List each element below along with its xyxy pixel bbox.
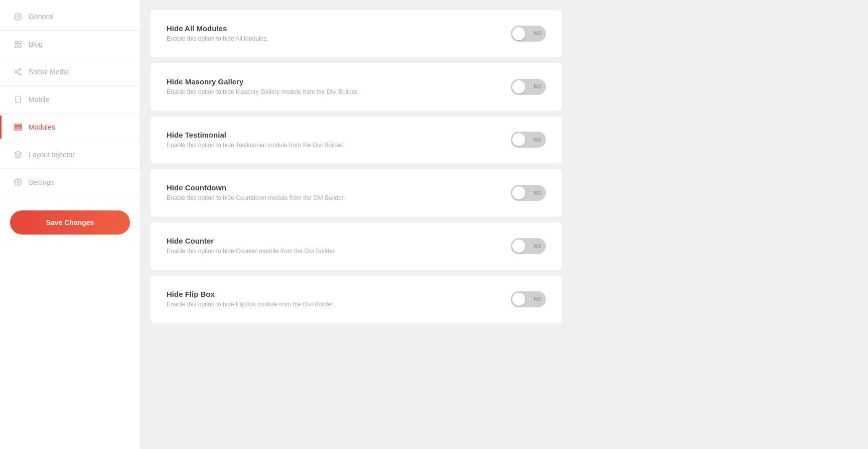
mobile-icon (14, 95, 23, 104)
toggle-knob-hide-masonry-gallery (512, 80, 525, 93)
toggle-label-hide-flip-box: Hide Flip Box Enable this option to hide… (167, 290, 335, 309)
sidebar-item-layout-injector[interactable]: Layout Injector (0, 143, 140, 166)
gear-icon (14, 12, 23, 21)
toggle-knob-hide-countdown (512, 186, 525, 199)
sidebar-item-general-label: General (29, 13, 54, 21)
svg-line-9 (17, 70, 20, 71)
toggle-desc-hide-testimonial: Enable this option to hide Testimonial m… (167, 141, 345, 150)
svg-point-5 (19, 68, 21, 70)
toggle-desc-hide-masonry-gallery: Enable this option to hide Masonry Galle… (167, 88, 358, 96)
toggle-text-hide-testimonial: NO (534, 137, 542, 143)
toggle-knob-hide-all-modules (512, 27, 525, 40)
toggle-label-hide-countdown: Hide Countdown Enable this option to hid… (167, 183, 345, 202)
social-media-icon (14, 67, 23, 76)
sidebar-divider-4 (0, 113, 140, 114)
sidebar-item-mobile[interactable]: Mobile (0, 88, 140, 111)
sidebar-item-mobile-label: Mobile (29, 95, 49, 103)
toggle-switch-hide-flip-box[interactable]: NO (511, 291, 546, 307)
toggle-desc-hide-counter: Enable this option to hide Counter modul… (167, 247, 336, 256)
toggle-text-hide-masonry-gallery: NO (534, 84, 542, 89)
sidebar-item-general[interactable]: General (0, 5, 140, 28)
toggle-switch-hide-countdown[interactable]: NO (511, 185, 546, 201)
svg-rect-2 (19, 41, 21, 44)
modules-icon (14, 123, 23, 132)
toggle-switch-hide-counter[interactable]: NO (511, 238, 546, 254)
toggle-knob-hide-flip-box (512, 293, 525, 306)
toggle-label-hide-testimonial: Hide Testimonial Enable this option to h… (167, 131, 345, 150)
sidebar-item-social-media-label: Social Media (29, 68, 69, 76)
svg-rect-13 (15, 127, 21, 128)
toggle-text-hide-all-modules: NO (534, 31, 542, 36)
toggle-title-hide-flip-box: Hide Flip Box (167, 290, 335, 298)
toggle-title-hide-masonry-gallery: Hide Masonry Gallery (167, 77, 358, 86)
sidebar-divider-5 (0, 141, 140, 141)
svg-point-0 (17, 16, 19, 18)
save-changes-button[interactable]: Save Changes (10, 210, 130, 235)
toggle-card-hide-masonry-gallery: Hide Masonry Gallery Enable this option … (151, 63, 562, 110)
toggle-title-hide-counter: Hide Counter (167, 237, 336, 245)
toggle-label-hide-all-modules: Hide All Modules Enable this option to h… (167, 24, 268, 43)
svg-rect-10 (16, 96, 20, 102)
sidebar-item-layout-injector-label: Layout Injector (29, 151, 75, 159)
toggle-desc-hide-all-modules: Enable this option to hide All Modules. (167, 35, 268, 43)
sidebar-divider-7 (0, 196, 140, 196)
right-panel (768, 0, 868, 449)
toggle-switch-hide-all-modules[interactable]: NO (511, 26, 546, 42)
settings-icon (14, 178, 23, 187)
toggle-switch-hide-testimonial[interactable]: NO (511, 132, 546, 148)
sidebar-divider-2 (0, 58, 140, 58)
main-content: Hide All Modules Enable this option to h… (140, 0, 768, 449)
toggle-label-hide-counter: Hide Counter Enable this option to hide … (167, 237, 336, 256)
toggle-card-hide-flip-box: Hide Flip Box Enable this option to hide… (151, 276, 562, 323)
blog-icon (14, 40, 23, 49)
sidebar-item-social-media[interactable]: Social Media (0, 60, 140, 83)
toggle-title-hide-countdown: Hide Countdown (167, 183, 345, 192)
svg-marker-15 (15, 151, 21, 155)
modules-content: Hide All Modules Enable this option to h… (151, 0, 562, 339)
toggle-label-hide-masonry-gallery: Hide Masonry Gallery Enable this option … (167, 77, 358, 96)
toggle-card-hide-countdown: Hide Countdown Enable this option to hid… (151, 169, 562, 216)
sidebar-item-modules[interactable]: Modules (0, 116, 140, 139)
toggle-title-hide-all-modules: Hide All Modules (167, 24, 268, 33)
sidebar: General Blog Social Media (0, 0, 140, 449)
toggle-text-hide-counter: NO (534, 244, 542, 249)
sidebar-item-settings-label: Settings (29, 178, 54, 186)
svg-rect-3 (19, 45, 21, 47)
svg-rect-1 (15, 41, 18, 44)
sidebar-divider-1 (0, 30, 140, 31)
sidebar-item-settings[interactable]: Settings (0, 171, 140, 194)
toggle-text-hide-countdown: NO (534, 190, 542, 196)
toggle-card-hide-counter: Hide Counter Enable this option to hide … (151, 222, 562, 270)
toggle-knob-hide-testimonial (512, 133, 525, 146)
svg-rect-14 (15, 129, 21, 130)
svg-rect-4 (15, 45, 18, 47)
layout-injector-icon (14, 150, 23, 159)
toggle-text-hide-flip-box: NO (534, 296, 542, 302)
sidebar-item-modules-label: Modules (29, 123, 55, 131)
svg-point-16 (17, 181, 19, 183)
svg-rect-12 (15, 124, 21, 126)
toggle-card-hide-all-modules: Hide All Modules Enable this option to h… (151, 10, 562, 57)
toggle-knob-hide-counter (512, 240, 525, 253)
toggle-desc-hide-countdown: Enable this option to hide Countdown mod… (167, 194, 345, 202)
svg-point-7 (19, 73, 21, 75)
toggle-card-hide-testimonial: Hide Testimonial Enable this option to h… (151, 117, 562, 164)
svg-line-8 (17, 72, 20, 74)
svg-point-6 (15, 71, 17, 73)
sidebar-divider-3 (0, 85, 140, 86)
toggle-desc-hide-flip-box: Enable this option to hide FlipBox modul… (167, 300, 335, 309)
sidebar-item-blog[interactable]: Blog (0, 33, 140, 56)
sidebar-item-blog-label: Blog (29, 40, 43, 48)
toggle-switch-hide-masonry-gallery[interactable]: NO (511, 79, 546, 95)
toggle-title-hide-testimonial: Hide Testimonial (167, 131, 345, 139)
sidebar-divider-6 (0, 168, 140, 169)
